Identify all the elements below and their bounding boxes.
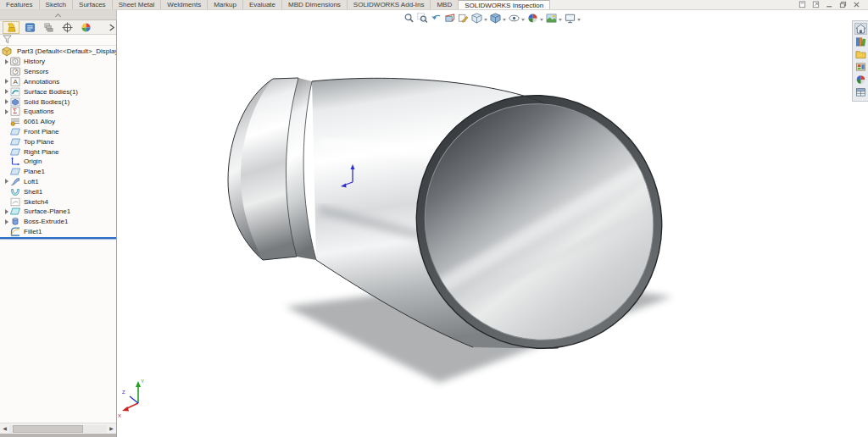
edit-appearance-dropdown-icon[interactable] xyxy=(540,19,543,21)
part-title-row[interactable]: Part3 (Default<<Default>_Display State 1… xyxy=(0,46,116,57)
display-style-dropdown-icon[interactable] xyxy=(503,19,506,21)
expand-arrow-icon[interactable] xyxy=(3,79,10,84)
ribbon-tab-solidworks-inspection[interactable]: SOLIDWORKS Inspection xyxy=(459,0,550,9)
tree-item-plane1[interactable]: Plane1 xyxy=(0,167,116,177)
feature-tree: HistorySensorsAAnnotationsSurface Bodies… xyxy=(0,57,116,236)
taskpane-custom-properties-icon[interactable] xyxy=(854,86,867,98)
tree-item-label: Loft1 xyxy=(24,178,39,185)
annotation-3d-view-icon xyxy=(458,12,469,27)
graphics-viewport[interactable]: Y X Z xyxy=(117,10,868,437)
ribbon-tab-markup[interactable]: Markup xyxy=(208,0,243,9)
tree-item-loft1[interactable]: Loft1 xyxy=(0,177,116,187)
hide-show-items-icon xyxy=(509,12,520,27)
boss-extrude-icon xyxy=(10,217,21,226)
task-pane-strip xyxy=(852,20,868,102)
tree-item-history[interactable]: History xyxy=(0,57,116,67)
tree-item-boss-extrude1[interactable]: Boss-Extrude1 xyxy=(0,217,116,227)
annotation-3d-view-button[interactable] xyxy=(458,12,469,27)
previous-view-button[interactable] xyxy=(431,12,442,27)
view-settings-button[interactable] xyxy=(565,12,581,27)
tree-item-surface-bodies-1[interactable]: Surface Bodies(1) xyxy=(0,86,116,97)
view-orientation-button[interactable] xyxy=(471,12,487,27)
collapse-caret-icon xyxy=(55,14,61,19)
view-settings-dropdown-icon[interactable] xyxy=(577,19,581,21)
tree-item-fillet1[interactable]: Fillet1 xyxy=(0,227,116,237)
tree-item-origin[interactable]: Origin xyxy=(0,157,116,167)
tree-item-label: Top Plane xyxy=(24,138,54,146)
ribbon-tab-sketch[interactable]: Sketch xyxy=(40,0,73,9)
tree-item-label: History xyxy=(24,58,45,65)
tree-item-annotations[interactable]: AAnnotations xyxy=(0,77,116,87)
feature-tree-empty-area xyxy=(0,239,116,423)
edit-appearance-icon xyxy=(527,12,538,27)
expand-arrow-icon[interactable] xyxy=(3,219,10,224)
scroll-left-icon[interactable]: ◀ xyxy=(1,425,8,433)
ribbon-tab-mbd-dimensions[interactable]: MBD Dimensions xyxy=(282,0,348,9)
panel-tab-display-manager[interactable] xyxy=(77,21,94,34)
tree-item-sensors[interactable]: Sensors xyxy=(0,67,116,77)
close-icon[interactable] xyxy=(853,1,860,8)
sketch-icon xyxy=(10,197,21,207)
expand-arrow-icon[interactable] xyxy=(3,99,10,104)
window-controls xyxy=(791,0,868,9)
ribbon-tab-solidworks-add-ins[interactable]: SOLIDWORKS Add-Ins xyxy=(348,0,431,9)
tree-item-6061-alloy[interactable]: 6061 Alloy xyxy=(0,117,116,127)
tree-item-front-plane[interactable]: Front Plane xyxy=(0,127,116,137)
taskpane-solidworks-resources-icon[interactable] xyxy=(854,23,867,35)
surface-bodies-icon xyxy=(10,87,21,97)
zoom-to-area-button[interactable] xyxy=(417,12,428,27)
expand-arrow-icon[interactable] xyxy=(3,109,10,114)
feature-manager-panel: Part3 (Default<<Default>_Display State 1… xyxy=(0,20,117,437)
ribbon-tab-features[interactable]: Features xyxy=(0,0,40,9)
tree-item-shell1[interactable]: Shell1 xyxy=(0,186,116,196)
tree-item-surface-plane1[interactable]: Surface-Plane1 xyxy=(0,207,116,217)
restore-icon[interactable] xyxy=(839,1,847,8)
tree-item-label: Fillet1 xyxy=(24,228,42,235)
expand-arrow-icon[interactable] xyxy=(3,209,10,214)
tree-item-right-plane[interactable]: Right Plane xyxy=(0,147,116,157)
tree-item-solid-bodies-1[interactable]: Solid Bodies(1) xyxy=(0,97,116,107)
zoom-to-fit-button[interactable] xyxy=(403,12,415,27)
commandmanager-collapsed-strip[interactable] xyxy=(0,10,117,20)
display-style-button[interactable] xyxy=(490,12,506,27)
pane-toggle-1-icon[interactable] xyxy=(798,1,806,8)
panel-tab-configuration-manager[interactable] xyxy=(40,21,57,34)
taskpane-appearances-scenes-icon[interactable] xyxy=(854,74,867,86)
minimize-icon[interactable] xyxy=(826,1,833,8)
expand-arrow-icon[interactable] xyxy=(3,179,10,184)
ribbon-tab-evaluate[interactable]: Evaluate xyxy=(243,0,282,9)
tree-item-top-plane[interactable]: Top Plane xyxy=(0,136,116,147)
hide-show-items-button[interactable] xyxy=(509,12,525,27)
taskpane-file-explorer-icon[interactable] xyxy=(854,48,867,60)
expand-arrow-icon[interactable] xyxy=(3,89,10,94)
ribbon-tab-sheet-metal[interactable]: Sheet Metal xyxy=(113,0,162,9)
hide-show-items-dropdown-icon[interactable] xyxy=(521,19,525,21)
tree-item-sketch4[interactable]: Sketch4 xyxy=(0,196,116,207)
panel-tabs-more-icon[interactable] xyxy=(108,23,116,32)
apply-scene-dropdown-icon[interactable] xyxy=(559,19,562,21)
panel-horizontal-scrollbar[interactable]: ◀ ▶ xyxy=(0,423,116,434)
ribbon-tab-weldments[interactable]: Weldments xyxy=(161,0,208,9)
pane-toggle-2-icon[interactable] xyxy=(812,1,820,8)
taskpane-design-library-icon[interactable] xyxy=(854,36,867,47)
tree-item-equations[interactable]: ΣEquations xyxy=(0,107,116,117)
scroll-right-icon[interactable]: ▶ xyxy=(108,425,115,433)
tree-item-label: Sketch4 xyxy=(24,198,48,206)
apply-scene-button[interactable] xyxy=(546,12,562,27)
scrollbar-thumb[interactable] xyxy=(13,425,83,433)
section-view-button[interactable] xyxy=(444,12,455,27)
view-orientation-dropdown-icon[interactable] xyxy=(484,19,487,21)
expand-arrow-icon[interactable] xyxy=(3,59,10,64)
annotations-icon: A xyxy=(10,77,21,86)
ribbon-tab-mbd[interactable]: MBD xyxy=(431,0,459,9)
taskpane-view-palette-icon[interactable] xyxy=(854,61,867,73)
scrollbar-track[interactable] xyxy=(9,425,107,433)
tree-item-label: Surface Bodies(1) xyxy=(24,88,78,96)
edit-appearance-button[interactable] xyxy=(527,12,543,27)
ribbon-tab-surfaces[interactable]: Surfaces xyxy=(73,0,113,9)
solid-bodies-icon xyxy=(10,97,21,107)
panel-tab-property-manager[interactable] xyxy=(21,21,38,34)
panel-bottom-edge xyxy=(0,434,116,437)
model-3d-canvas[interactable]: Y X Z xyxy=(117,10,868,437)
panel-tab-dimxpert-manager[interactable] xyxy=(58,21,75,34)
